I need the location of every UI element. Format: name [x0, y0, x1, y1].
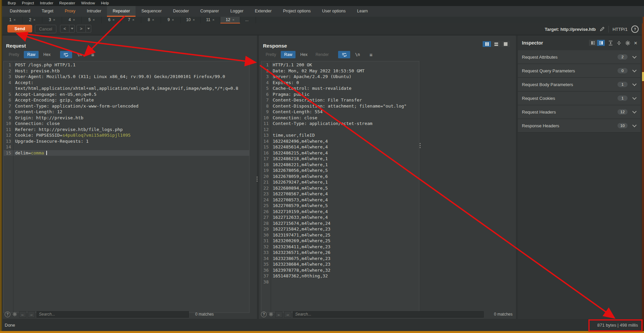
tab-close-icon[interactable]: ×: [193, 18, 195, 22]
dock-left-icon[interactable]: [589, 40, 597, 46]
main-tab[interactable]: Intruder: [81, 6, 107, 17]
view-tab[interactable]: Hex: [297, 51, 311, 58]
repeater-tab[interactable]: 11×: [201, 17, 220, 23]
history-back-button[interactable]: <: [60, 25, 69, 32]
inspector-section-header[interactable]: Response Headers 10: [518, 119, 641, 133]
search-prev-icon[interactable]: ←: [275, 311, 282, 318]
search-next-icon[interactable]: →: [284, 311, 291, 318]
view-tab[interactable]: Render: [312, 51, 332, 58]
view-tab[interactable]: Pretty: [5, 51, 22, 58]
search-input[interactable]: [293, 311, 484, 318]
response-editor[interactable]: 1HTTP/1.1 200 OK 2Date: Mon, 02 May 2022…: [261, 61, 419, 313]
history-forward-dropdown[interactable]: [86, 25, 91, 32]
search-settings-gear-icon[interactable]: [12, 312, 17, 317]
inspector-section-header[interactable]: Request Query Parameters 0: [518, 64, 641, 78]
request-editor[interactable]: 1POST /logs.php HTTP/1.1 2Host: previse.…: [3, 61, 250, 313]
main-tab[interactable]: Extender: [249, 6, 277, 17]
editor-menu-icon[interactable]: ≡: [365, 51, 377, 58]
tab-close-icon[interactable]: ×: [53, 18, 55, 22]
main-tab[interactable]: User options: [316, 6, 351, 17]
main-tab[interactable]: Decoder: [167, 6, 195, 17]
menu-item[interactable]: Window: [78, 0, 98, 6]
editor-menu-icon[interactable]: ≡: [87, 51, 99, 58]
tab-close-icon[interactable]: ×: [172, 18, 174, 22]
main-tab[interactable]: Target: [36, 6, 59, 17]
menu-item[interactable]: Intruder: [37, 0, 56, 6]
repeater-tab[interactable]: 1×: [3, 17, 22, 23]
expand-all-icon[interactable]: [608, 41, 613, 46]
edit-target-icon[interactable]: [599, 26, 605, 32]
inspector-section-header[interactable]: Request Cookies 1: [518, 91, 641, 105]
show-newlines-icon[interactable]: \n: [73, 51, 86, 58]
close-icon[interactable]: ×: [634, 40, 637, 46]
view-tab[interactable]: Raw: [281, 51, 296, 58]
tab-close-icon[interactable]: ×: [112, 18, 114, 22]
search-next-icon[interactable]: →: [28, 311, 35, 318]
line-number: 12: [4, 132, 11, 138]
repeater-tab[interactable]: 3×: [42, 17, 62, 23]
repeater-tab[interactable]: 4×: [62, 17, 82, 23]
repeater-tab[interactable]: 9×: [161, 17, 181, 23]
tab-close-icon[interactable]: ×: [232, 18, 234, 22]
main-tab[interactable]: Comparer: [195, 6, 225, 17]
repeater-tab[interactable]: 7×: [121, 17, 141, 23]
search-help-icon[interactable]: ?: [261, 312, 267, 317]
search-settings-gear-icon[interactable]: [268, 312, 274, 317]
main-tab[interactable]: Proxy: [59, 6, 81, 17]
tab-close-icon[interactable]: ×: [33, 18, 35, 22]
gutter-separator: [13, 61, 13, 313]
search-prev-icon[interactable]: ←: [19, 311, 26, 318]
repeater-tab[interactable]: 8×: [141, 17, 161, 23]
repeater-tab[interactable]: 10×: [181, 17, 201, 23]
main-tab[interactable]: Learn: [352, 6, 374, 17]
tab-close-icon[interactable]: ×: [132, 18, 134, 22]
word-wrap-icon[interactable]: [60, 51, 72, 58]
view-tab[interactable]: Raw: [24, 51, 39, 58]
inspector-section-header[interactable]: Request Attributes 2: [518, 50, 641, 64]
inspector-section-header[interactable]: Request Body Parameters 1: [518, 78, 641, 91]
word-wrap-icon[interactable]: [338, 51, 350, 58]
menu-item[interactable]: Help: [98, 0, 112, 6]
tab-close-icon[interactable]: ×: [212, 18, 214, 22]
menu-item[interactable]: Burp: [5, 0, 19, 6]
cancel-button[interactable]: Cancel: [35, 25, 56, 33]
layout-rows-icon[interactable]: [492, 41, 500, 47]
main-tab[interactable]: Repeater: [107, 6, 136, 17]
collapse-all-icon[interactable]: [616, 41, 622, 46]
tab-close-icon[interactable]: ×: [73, 18, 75, 22]
search-input[interactable]: [37, 311, 189, 318]
response-line: 351623238684,m4lwhere,23: [261, 261, 419, 267]
main-tab[interactable]: Logger: [225, 6, 249, 17]
layout-single-icon[interactable]: [501, 41, 510, 47]
send-button[interactable]: Send: [7, 25, 32, 32]
repeater-tab[interactable]: ...: [240, 17, 256, 23]
dock-right-icon[interactable]: [597, 40, 605, 46]
menu-item[interactable]: Repeater: [56, 0, 78, 6]
repeater-tab[interactable]: 2×: [22, 17, 42, 23]
editor-splitter-handle[interactable]: [420, 143, 421, 148]
panel-splitter-handle[interactable]: [257, 177, 258, 182]
help-icon[interactable]: ?: [631, 25, 639, 33]
line-number: [4, 85, 11, 91]
tab-close-icon[interactable]: ×: [93, 18, 95, 22]
tab-close-icon[interactable]: ×: [152, 18, 154, 22]
repeater-tab[interactable]: 5×: [82, 17, 102, 23]
repeater-tab[interactable]: 12×: [220, 17, 240, 23]
show-newlines-icon[interactable]: \n: [352, 51, 364, 58]
line-number: 14: [4, 144, 11, 150]
repeater-tab[interactable]: 6×: [102, 17, 121, 23]
main-tab[interactable]: Sequencer: [136, 6, 167, 17]
search-help-icon[interactable]: ?: [5, 312, 10, 317]
inspector-section-header[interactable]: Request Headers 12: [518, 105, 641, 119]
history-forward-button[interactable]: >: [76, 25, 86, 32]
layout-columns-icon[interactable]: [483, 41, 491, 47]
main-tab[interactable]: Dashboard: [4, 6, 36, 17]
view-tab[interactable]: Pretty: [262, 51, 279, 58]
tab-close-icon[interactable]: ×: [13, 18, 15, 22]
request-search-bar: ? ← → 0 matches: [3, 310, 259, 318]
main-tab[interactable]: Project options: [277, 6, 317, 17]
menu-item[interactable]: Project: [19, 0, 37, 6]
history-back-dropdown[interactable]: [69, 25, 75, 32]
inspector-settings-gear-icon[interactable]: [625, 40, 631, 46]
view-tab[interactable]: Hex: [40, 51, 54, 58]
